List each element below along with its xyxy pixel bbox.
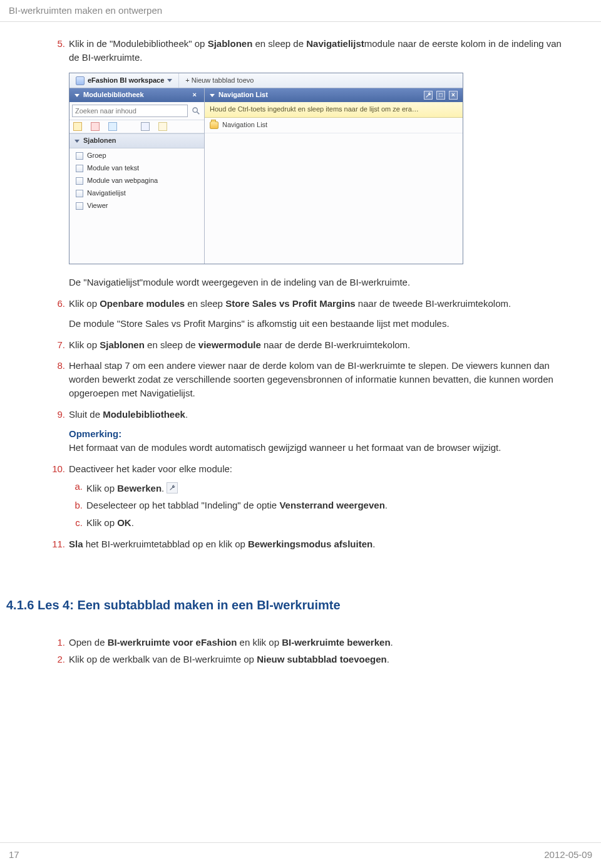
step-10: Deactiveer het kader voor elke module: K…	[48, 462, 568, 530]
step-10b: Deselecteer op het tabblad "Indeling" de…	[69, 499, 568, 512]
svg-line-1	[197, 112, 200, 115]
folder-view-icon[interactable]	[108, 122, 117, 131]
ss-active-tab[interactable]: eFashion BI workspace	[69, 73, 179, 88]
ss-new-tab[interactable]: + Nieuw tabblad toevo	[179, 76, 260, 86]
chevron-down-icon	[210, 94, 215, 97]
page-date: 2012-05-09	[544, 848, 592, 862]
ss-toolbar	[69, 120, 204, 133]
module-icon[interactable]	[158, 122, 167, 131]
lesson-step-2: Klik op de werkbalk van de BI-werkruimte…	[48, 653, 568, 666]
page-header: BI-werkruimten maken en ontwerpen	[0, 0, 601, 22]
ss-template-list: Groep Module van tekst Module van webpag…	[69, 148, 204, 215]
page-content: Klik in de "Modulebibliotheek" op Sjablo…	[0, 22, 601, 666]
ss-tab-label: eFashion BI workspace	[88, 76, 164, 86]
template-icon	[76, 202, 83, 210]
step-5-result: De "Navigatielijst"module wordt weergege…	[69, 276, 568, 289]
step-10c: Klik op OK.	[69, 516, 568, 530]
ss-breadcrumb-label: Navigation List	[222, 120, 267, 130]
maximize-icon[interactable]: □	[436, 91, 445, 100]
section-heading: 4.1.6 Les 4: Een subtabblad maken in een…	[0, 596, 568, 614]
step-10-sublist: Klik op Bewerken. Deselecteer op het tab…	[69, 480, 568, 530]
ss-right-title: Navigation List	[218, 90, 268, 100]
close-icon[interactable]: ×	[449, 91, 458, 100]
ss-template-item[interactable]: Viewer	[73, 200, 204, 212]
ss-section-sjablonen[interactable]: Sjablonen	[69, 133, 204, 148]
svg-point-0	[193, 108, 197, 112]
page-footer: 17 2012-05-09	[0, 842, 601, 862]
page-number: 17	[9, 848, 19, 862]
ss-breadcrumb: Navigation List	[205, 118, 463, 133]
ss-section-label: Sjablonen	[83, 136, 116, 146]
template-icon	[76, 177, 83, 185]
ss-notice-text: Houd de Ctrl-toets ingedrukt en sleep it…	[210, 105, 419, 115]
grid-icon[interactable]	[141, 122, 150, 131]
ss-sidebar: Modulebibliotheek ×	[69, 88, 205, 264]
step-7: Klik op Sjablonen en sleep de viewermodu…	[48, 338, 568, 352]
edit-button-icon	[167, 482, 178, 493]
chevron-down-icon	[167, 79, 172, 82]
alert-icon[interactable]	[91, 122, 100, 131]
note-label: Opmerking:	[69, 427, 568, 441]
folder-icon	[210, 121, 218, 129]
chevron-down-icon	[74, 94, 80, 97]
embedded-screenshot: eFashion BI workspace + Nieuw tabblad to…	[69, 73, 463, 264]
template-icon	[76, 152, 83, 160]
page-header-title: BI-werkruimten maken en ontwerpen	[9, 5, 162, 16]
instruction-list: Klik in de "Modulebibliotheek" op Sjablo…	[48, 37, 568, 551]
ss-sidebar-title: Modulebibliotheek	[83, 90, 144, 100]
step-6-result: De module "Store Sales vs Profit Margins…	[69, 317, 568, 331]
template-icon	[76, 190, 83, 197]
ss-notice-bar: Houd de Ctrl-toets ingedrukt en sleep it…	[205, 102, 463, 118]
step-6: Klik op Openbare modules en sleep Store …	[48, 297, 568, 331]
ss-sidebar-header: Modulebibliotheek ×	[69, 88, 204, 102]
step-9: Sluit de Modulebibliotheek. Opmerking: H…	[48, 408, 568, 455]
ss-search	[69, 102, 204, 120]
favorite-icon[interactable]	[73, 122, 82, 131]
ss-right-panel: Navigation List □ × Houd de Ctrl-toets i…	[205, 88, 463, 264]
ss-template-item[interactable]: Navigatielijst	[73, 187, 204, 200]
ss-template-item[interactable]: Groep	[73, 150, 204, 162]
lesson-list: Open de BI-werkruimte voor eFashion en k…	[48, 636, 568, 667]
chevron-down-icon	[74, 140, 80, 143]
template-icon	[76, 165, 83, 172]
step-8: Herhaal stap 7 om een andere viewer naar…	[48, 359, 568, 400]
ss-template-item[interactable]: Module van webpagina	[73, 175, 204, 187]
workspace-icon	[76, 76, 85, 85]
ss-right-header: Navigation List □ ×	[205, 88, 463, 102]
wrench-icon[interactable]	[424, 91, 433, 100]
search-input[interactable]	[72, 105, 188, 117]
ss-canvas	[205, 133, 463, 264]
search-icon[interactable]	[190, 105, 202, 116]
note-body: Het formaat van de modules wordt automat…	[69, 441, 568, 455]
close-icon[interactable]: ×	[190, 90, 199, 100]
lesson-step-1: Open de BI-werkruimte voor eFashion en k…	[48, 636, 568, 649]
ss-tabstrip: eFashion BI workspace + Nieuw tabblad to…	[69, 73, 463, 88]
step-5: Klik in de "Modulebibliotheek" op Sjablo…	[48, 37, 568, 289]
step-11: Sla het BI-werkruimtetabblad op en klik …	[48, 537, 568, 551]
ss-template-item[interactable]: Module van tekst	[73, 162, 204, 175]
step-10a: Klik op Bewerken.	[69, 480, 568, 495]
